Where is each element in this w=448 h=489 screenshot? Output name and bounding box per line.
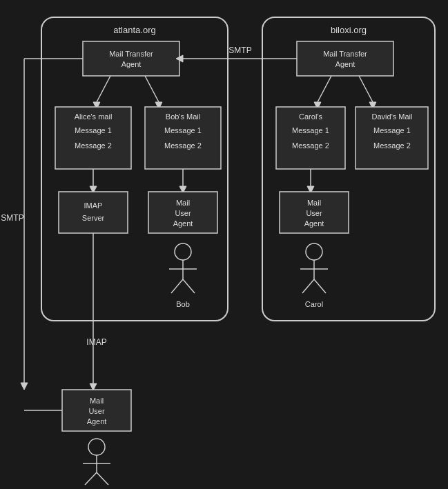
- svg-line-22: [302, 279, 314, 293]
- svg-marker-25: [21, 383, 28, 390]
- alice-head: [88, 439, 105, 455]
- imap-server-box: [59, 192, 128, 233]
- carols-msg2: Message 2: [292, 141, 329, 150]
- mua-carol-text3: Agent: [304, 219, 324, 228]
- mta-biloxi-text2: Agent: [335, 60, 356, 68]
- bob-head: [175, 243, 191, 260]
- bobs-msg1: Message 1: [164, 126, 202, 134]
- mua-bob-text: Mail: [176, 199, 190, 207]
- svg-line-2: [97, 76, 110, 102]
- mua-alice-text: Mail: [90, 397, 104, 405]
- mua-carol-text: Mail: [307, 199, 321, 207]
- smtp-left-label: SMTP: [1, 213, 23, 223]
- alices-msg1: Message 1: [75, 126, 112, 134]
- svg-line-31: [85, 472, 97, 485]
- svg-line-4: [145, 76, 159, 102]
- bobs-mail-label: Bob's Mail: [166, 112, 200, 121]
- svg-line-32: [97, 472, 108, 485]
- mta-atlanta-box: [83, 41, 179, 76]
- davids-msg1: Message 1: [373, 126, 411, 134]
- mua-alice-text3: Agent: [87, 417, 107, 426]
- atlanta-label: atlanta.org: [113, 25, 155, 35]
- svg-line-13: [183, 279, 195, 293]
- alices-msg2: Message 2: [75, 141, 112, 150]
- mta-atlanta-text: Mail Transfer: [109, 50, 153, 58]
- mua-alice-text2: User: [88, 407, 105, 415]
- bobs-msg2: Message 2: [164, 141, 202, 150]
- smtp-top-label: SMTP: [228, 46, 251, 55]
- diagram-svg: atlanta.org biloxi.org Mail Transfer Age…: [0, 0, 448, 489]
- carols-msg1: Message 1: [292, 126, 329, 134]
- alices-mail-label: Alice's mail: [75, 112, 113, 121]
- imap-label: IMAP: [86, 337, 106, 347]
- carol-label: Carol: [305, 300, 323, 308]
- carols-mail-label: Carol's: [299, 112, 322, 121]
- biloxi-label: biloxi.org: [331, 25, 367, 35]
- mta-biloxi-text: Mail Transfer: [323, 50, 367, 58]
- imap-server-text2: Server: [82, 214, 105, 222]
- mta-biloxi-box: [297, 41, 393, 76]
- svg-line-16: [359, 76, 373, 102]
- svg-line-12: [171, 279, 183, 293]
- bob-label: Bob: [176, 300, 190, 308]
- carol-head: [306, 243, 322, 260]
- svg-line-14: [318, 76, 331, 102]
- davids-msg2: Message 2: [373, 141, 411, 150]
- imap-server-text: IMAP: [84, 201, 103, 210]
- mua-bob-text3: Agent: [173, 219, 193, 228]
- mua-bob-text2: User: [175, 209, 191, 217]
- mta-atlanta-text2: Agent: [121, 60, 142, 68]
- davids-mail-label: David's Mail: [372, 112, 413, 121]
- svg-line-23: [314, 279, 326, 293]
- mua-carol-text2: User: [306, 209, 322, 217]
